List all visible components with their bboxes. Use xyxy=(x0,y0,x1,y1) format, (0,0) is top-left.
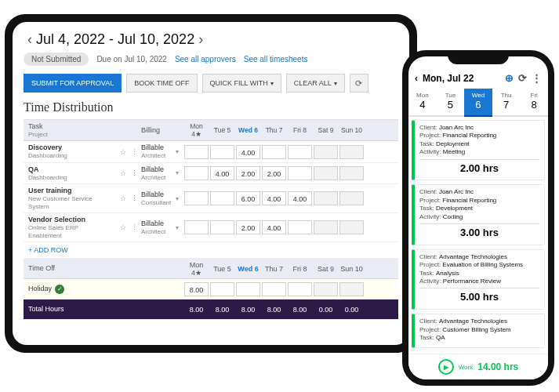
hours-cell[interactable] xyxy=(339,220,364,234)
day-tab[interactable]: Wed6 xyxy=(464,89,492,117)
chevron-down-icon[interactable]: ▾ xyxy=(176,224,183,231)
hours-cell[interactable] xyxy=(314,220,338,234)
day-tab[interactable]: Thu7 xyxy=(492,89,521,115)
date-range-row: ‹ Jul 4, 2022 - Jul 10, 2022 › xyxy=(24,31,398,48)
hours-cell[interactable]: 8.00 xyxy=(184,282,209,296)
hours-cell[interactable] xyxy=(262,282,286,296)
hours-cell[interactable] xyxy=(314,166,338,180)
hours-cell[interactable]: 4.00 xyxy=(210,166,234,180)
kebab-icon[interactable]: ⋮ xyxy=(129,194,140,202)
time-entry-card[interactable]: Client: Joan Arc IncProject: Financial R… xyxy=(412,184,545,245)
chevron-left-icon[interactable]: ‹ xyxy=(24,31,36,48)
clear-all-button[interactable]: CLEAR ALL▾ xyxy=(286,74,345,93)
col-day: Tue 5 xyxy=(209,265,235,273)
hours-cell[interactable] xyxy=(210,191,234,205)
col-day: Mon 4★ xyxy=(183,261,209,277)
timesheet-grid: Task Project Billing Mon 4★ Tue 5 Wed 6 … xyxy=(24,119,398,320)
hours-cell[interactable] xyxy=(288,220,312,234)
col-day-selected[interactable]: Wed 6 xyxy=(235,126,261,134)
chevron-left-icon[interactable]: ‹ xyxy=(415,73,418,84)
totals-row: Total Hours 8.00 8.00 8.00 8.00 8.00 0.0… xyxy=(24,299,398,320)
time-entry-card[interactable]: Client: Advantage TechnologiesProject: E… xyxy=(412,249,545,310)
hours-cell[interactable] xyxy=(184,220,209,234)
day-tab[interactable]: Fri8 xyxy=(520,89,548,115)
add-icon[interactable]: ⊕ xyxy=(505,72,514,84)
total-cell: 8.00 xyxy=(261,306,287,314)
billing-cell: BillableArchitect xyxy=(140,218,176,237)
star-outline-icon[interactable]: ☆ xyxy=(118,148,129,156)
day-tab[interactable]: Mon4 xyxy=(408,89,437,115)
hours-cell[interactable]: 2.00 xyxy=(236,220,260,234)
total-cell: 8.00 xyxy=(183,306,209,314)
phone-footer: Work 14.00 hrs xyxy=(408,354,548,379)
hours-cell[interactable]: 4.00 xyxy=(236,145,260,159)
due-text: Due on Jul 10, 2022 xyxy=(96,55,167,64)
hours-cell[interactable] xyxy=(339,282,364,296)
hours-cell[interactable]: 4.00 xyxy=(288,191,312,205)
col-day: Sun 10 xyxy=(339,265,365,273)
hours-cell[interactable] xyxy=(339,145,364,159)
hours-cell[interactable] xyxy=(314,282,338,296)
book-time-off-button[interactable]: BOOK TIME OFF xyxy=(126,74,197,93)
chevron-down-icon[interactable]: ▾ xyxy=(176,148,183,155)
quick-fill-button[interactable]: QUICK FILL WITH▾ xyxy=(202,74,281,93)
tablet-screen: ‹ Jul 4, 2022 - Jul 10, 2022 › Not Submi… xyxy=(13,22,409,345)
col-day[interactable]: Sun 10 xyxy=(339,126,365,134)
col-day[interactable]: Fri 8 xyxy=(287,126,313,134)
hours-cell[interactable] xyxy=(288,166,312,180)
hours-cell[interactable] xyxy=(339,166,364,180)
total-cell: 0.00 xyxy=(313,306,339,314)
hours-cell[interactable] xyxy=(288,145,312,159)
hours-cell[interactable] xyxy=(314,145,338,159)
task-name: QADashboarding xyxy=(24,163,118,183)
star-outline-icon[interactable]: ☆ xyxy=(118,223,129,231)
star-outline-icon[interactable]: ☆ xyxy=(118,169,129,177)
submit-approval-button[interactable]: SUBMIT FOR APPROVAL xyxy=(24,74,122,93)
hours-cell[interactable] xyxy=(236,282,260,296)
hours-cell[interactable] xyxy=(210,282,234,296)
star-outline-icon[interactable]: ☆ xyxy=(118,194,129,202)
col-day[interactable]: Thu 7 xyxy=(261,126,287,134)
hours-cell[interactable] xyxy=(210,145,234,159)
play-icon[interactable] xyxy=(438,359,454,375)
time-entry-card[interactable]: Client: Joan Arc IncProject: Financial R… xyxy=(412,120,545,180)
hours-cell[interactable] xyxy=(184,166,209,180)
hours-cell[interactable]: 4.00 xyxy=(262,191,286,205)
kebab-icon[interactable]: ⋮ xyxy=(129,148,140,156)
see-timesheets-link[interactable]: See all timesheets xyxy=(244,55,308,64)
day-tabs: Mon4Tue5Wed6Thu7Fri8 xyxy=(408,89,548,117)
hours-cell[interactable] xyxy=(184,191,209,205)
refresh-icon[interactable]: ⟳ xyxy=(350,74,368,93)
hours-cell[interactable] xyxy=(314,191,338,205)
chevron-down-icon[interactable]: ▾ xyxy=(176,195,183,202)
hours-cell[interactable]: 2.00 xyxy=(262,166,286,180)
phone-screen: ‹ Mon, Jul 22 ⊕ ⟳ ⋮ Mon4Tue5Wed6Thu7Fri8… xyxy=(408,56,548,379)
col-day[interactable]: Mon 4★ xyxy=(183,122,209,138)
hours-cell[interactable]: 6.00 xyxy=(236,191,260,205)
kebab-icon[interactable]: ⋮ xyxy=(129,223,140,231)
hours-cell[interactable] xyxy=(210,220,234,234)
col-day[interactable]: Sat 9 xyxy=(313,126,339,134)
holiday-row: Holiday✓ 8.00 xyxy=(24,279,398,299)
status-row: Not Submitted Due on Jul 10, 2022 See al… xyxy=(24,53,398,66)
hours-cell[interactable]: 4.00 xyxy=(262,220,286,234)
hours-cell[interactable] xyxy=(288,282,312,296)
hours-cell[interactable] xyxy=(184,145,209,159)
hours-cell[interactable]: 2.00 xyxy=(236,166,260,180)
hours-cell[interactable] xyxy=(339,191,364,205)
col-day: Fri 8 xyxy=(287,265,313,273)
day-tab[interactable]: Tue5 xyxy=(437,89,465,115)
time-entry-card[interactable]: Client: Advantage TechnologiesProject: C… xyxy=(412,314,545,347)
refresh-icon[interactable]: ⟳ xyxy=(518,72,527,84)
kebab-icon[interactable]: ⋮ xyxy=(129,169,140,177)
see-approvers-link[interactable]: See all approvers xyxy=(175,55,236,64)
add-row-button[interactable]: + ADD ROW xyxy=(24,242,398,259)
task-name: User trainingNew Customer Service System xyxy=(24,184,118,212)
more-icon[interactable]: ⋮ xyxy=(532,72,542,84)
chevron-down-icon[interactable]: ▾ xyxy=(176,169,183,176)
billing-cell: BillableArchitect xyxy=(140,142,176,161)
timeoff-header-row: Time Off Mon 4★ Tue 5 Wed 6 Thu 7 Fri 8 … xyxy=(24,259,398,279)
col-day[interactable]: Tue 5 xyxy=(209,126,235,134)
hours-cell[interactable] xyxy=(262,145,286,159)
chevron-right-icon[interactable]: › xyxy=(194,31,207,48)
